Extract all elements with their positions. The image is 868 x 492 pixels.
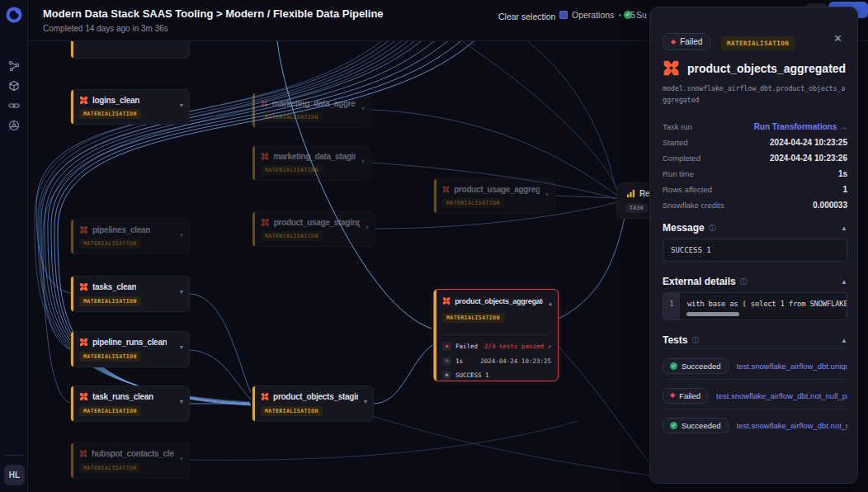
line-number: 1 (663, 293, 680, 319)
chevron-down-icon[interactable]: ▾ (180, 231, 183, 239)
dbt-icon (442, 296, 451, 305)
node-status-stripe (252, 386, 255, 421)
node-title: hubspot_contacts_clean (92, 449, 174, 458)
message-text: SUCCESS 1 (663, 239, 847, 261)
node-type-badge: MATERIALISATION (442, 313, 504, 323)
sidebar-item-pipelines[interactable] (0, 56, 28, 76)
chevron-down-icon[interactable]: ▾ (180, 455, 183, 462)
field-label: Completed (663, 154, 701, 163)
chevron-down-icon[interactable]: ▾ (366, 224, 369, 231)
user-avatar[interactable]: HL (4, 465, 25, 485)
node-title: product_objects_staging (273, 392, 358, 401)
clear-selection-button[interactable]: Clear selection (498, 12, 555, 21)
success-filter[interactable]: ✓ Su (624, 10, 647, 20)
node-type-badge: MATERIALISATION (79, 352, 141, 362)
dbt-icon (261, 99, 268, 108)
node-type-badge: TASK (625, 203, 648, 213)
divider (663, 348, 847, 349)
chevron-down-icon[interactable]: ▾ (180, 343, 183, 351)
field-label: Task run (663, 122, 692, 131)
node-product-usage-staging[interactable]: product_usage_staging ▾ MATERIALISATION (252, 211, 375, 247)
task-run-link[interactable]: Run Transformations → (754, 122, 847, 131)
operations-label: Operations (572, 10, 614, 20)
sidebar-item-integrations[interactable] (0, 116, 28, 135)
node-marketing-data-staging[interactable]: marketing_data_staging ▾ MATERIALISATION (252, 145, 371, 181)
dbt-icon (261, 392, 269, 401)
chevron-up-icon[interactable]: ▴ (549, 300, 552, 307)
dbt-icon (261, 152, 269, 161)
failed-diamond-icon: ◆ (671, 39, 676, 45)
node-task-runs-clean[interactable]: task_runs_clean ▾ MATERIALISATION (70, 386, 190, 422)
test-link[interactable]: test.snowflake_airflow_dbt.not_null_pr (737, 421, 847, 430)
chevron-down-icon[interactable]: ▾ (180, 102, 183, 109)
node-logins-clean[interactable]: logins_clean ▾ MATERIALISATION (70, 89, 190, 125)
node-details-panel: ◆ Failed MATERIALISATION ✕ product_objec… (649, 7, 858, 484)
chevron-down-icon[interactable]: ▾ (364, 398, 367, 405)
node-product-objects-staging[interactable]: product_objects_staging ▾ MATERIALISATIO… (252, 386, 374, 422)
sidebar-item-connections[interactable] (0, 96, 28, 116)
node-status-stripe (71, 332, 73, 367)
divider (4, 455, 24, 456)
chevron-down-icon[interactable]: ▾ (361, 105, 365, 112)
dbt-icon (79, 282, 88, 291)
sidebar-item-products[interactable] (0, 76, 28, 96)
horizontal-scrollbar[interactable] (686, 312, 739, 316)
dbt-icon (442, 185, 450, 194)
chevron-down-icon[interactable]: ▾ (180, 398, 183, 405)
message-codebox: SUCCESS 1 (663, 239, 847, 262)
collapse-icon[interactable]: ▲ (841, 225, 847, 232)
operations-icon (559, 11, 568, 19)
info-icon[interactable]: ⓘ (691, 335, 699, 346)
test-status-label: Failed (679, 391, 701, 400)
collapse-icon[interactable]: ▲ (841, 337, 847, 344)
node-title: product_usage_aggregated (454, 185, 540, 194)
model-identifier: model.snowflake_airflow_dbt.product_obje… (663, 83, 849, 106)
chevron-down-icon[interactable]: ▾ (180, 288, 183, 296)
node-finished-timestamp: 2024-04-24 10:23:25 (480, 357, 551, 365)
node-pipelines-clean[interactable]: pipelines_clean ▾ MATERIALISATION (70, 219, 190, 254)
test-link[interactable]: test.snowflake_airflow_dbt.not_null_pr (716, 391, 847, 400)
tests-summary-link[interactable]: 2/3 tests passed ↗ (484, 343, 551, 350)
divider (442, 334, 550, 335)
close-icon[interactable]: ✕ (833, 32, 842, 45)
node-product-objects-aggregated-selected[interactable]: product_objects_aggregated ▴ MATERIALISA… (433, 289, 559, 381)
dot-separator: • (618, 10, 621, 20)
external-details-codebox: 1 with base as ( select 1 from SNOWFLAKE (663, 292, 847, 320)
info-icon[interactable]: ⓘ (740, 277, 748, 287)
field-label: Snowflake credits (663, 201, 724, 210)
node-type-badge: MATERIALISATION (261, 112, 323, 122)
test-status-badge: ✓ Succeeded (663, 418, 729, 433)
dbt-icon (79, 392, 88, 401)
node-hubspot-contacts-clean[interactable]: hubspot_contacts_clean ▾ MATERIALISATION (70, 442, 190, 479)
node-status-stripe (252, 146, 255, 180)
dbt-icon (79, 449, 87, 458)
node-type-badge: MATERIALISATION (79, 463, 141, 473)
failed-diamond-icon: ◆ (442, 342, 451, 351)
node-marketing-data-aggregated[interactable]: marketing_data_aggregated ▾ MATERIALISAT… (252, 92, 371, 128)
chevron-down-icon[interactable]: ▾ (545, 191, 549, 198)
test-link[interactable]: test.snowflake_airflow_dbt.unique_pro (737, 362, 847, 371)
status-badge-label: Failed (680, 37, 702, 46)
node-type-badge: MATERIALISATION (79, 109, 141, 119)
dbt-icon (79, 225, 88, 234)
node-message: SUCCESS 1 (455, 371, 489, 379)
breadcrumb: Modern Data Stack SAAS Tooling > Modern … (43, 7, 384, 20)
node-status-stripe (252, 212, 255, 246)
node-status-stripe (434, 290, 436, 381)
node-status-stripe (71, 386, 73, 421)
app-logo-icon[interactable] (5, 6, 23, 24)
clock-icon: ◷ (442, 357, 451, 366)
test-status-badge: ◆ Failed (663, 388, 708, 404)
node-type-badge: MATERIALISATION (79, 406, 141, 416)
field-label: Started (663, 138, 688, 147)
node-title: product_usage_staging (274, 218, 360, 227)
chevron-down-icon[interactable]: ▾ (361, 158, 365, 165)
collapse-icon[interactable]: ▲ (841, 278, 847, 286)
success-check-icon: ✓ (670, 422, 677, 429)
node-tasks-clean[interactable]: tasks_clean ▾ MATERIALISATION (70, 276, 190, 312)
node-product-usage-aggregated[interactable]: product_usage_aggregated ▾ MATERIALISATI… (433, 178, 555, 214)
divider (663, 409, 847, 409)
test-status-badge: ✓ Succeeded (663, 358, 729, 374)
node-pipeline-runs-clean[interactable]: pipeline_runs_clean ▾ MATERIALISATION (70, 331, 190, 367)
info-icon[interactable]: ⓘ (709, 223, 716, 234)
